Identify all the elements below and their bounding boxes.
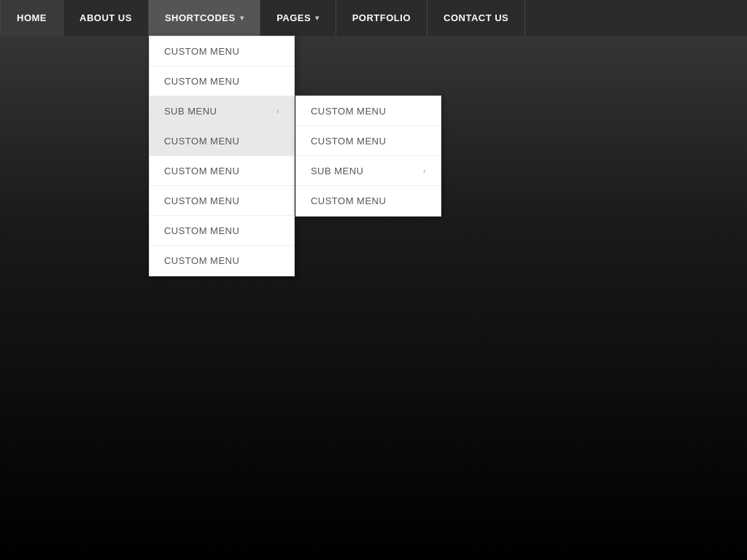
dropdown-label-cm2: Custom Menu [164, 76, 239, 87]
nav-label-pages: PAGES [276, 12, 311, 23]
sub-dropdown-item-scm3[interactable]: Custom Menu [296, 186, 441, 216]
dropdown-label-cm4: Custom Menu [164, 166, 239, 176]
dropdown-item-cm3[interactable]: Custom Menu [150, 126, 294, 156]
sub-dropdown-label-scm3: Custom Menu [311, 195, 386, 206]
sub-dropdown-item-scm2[interactable]: Custom Menu [296, 126, 441, 156]
nav-item-shortcodes[interactable]: SHORTCODES ▾ Custom Menu Custom Menu Sub… [149, 0, 260, 36]
dropdown-label-cm5: Custom Menu [164, 195, 239, 206]
sub-dropdown-label-ssub1: Sub Menu [311, 166, 364, 176]
dropdown-item-cm4[interactable]: Custom Menu [150, 156, 294, 186]
dropdown-item-cm1[interactable]: Custom Menu [150, 36, 294, 66]
dropdown-label-cm7: Custom Menu [164, 255, 239, 266]
dropdown-label-cm3: Custom Menu [164, 136, 239, 147]
dropdown-label-cm6: Custom Menu [164, 225, 239, 236]
sub-dropdown-item-scm1[interactable]: Custom Menu [296, 96, 441, 126]
dropdown-item-cm7[interactable]: Custom Menu [150, 246, 294, 276]
dropdown-item-cm6[interactable]: Custom Menu [150, 216, 294, 246]
sub-dropdown-item-ssub1[interactable]: Sub Menu › [296, 156, 441, 186]
pages-arrow-icon: ▾ [315, 14, 320, 22]
nav-label-portfolio: PORTFOLIO [352, 12, 411, 23]
shortcodes-arrow-icon: ▾ [240, 14, 244, 22]
nav-label-about: ABOUT US [80, 12, 132, 23]
nav-label-contact: CONTACT US [444, 12, 508, 23]
nav-label-home: HOME [17, 12, 47, 23]
shortcodes-dropdown: Custom Menu Custom Menu Sub Menu › Custo… [149, 36, 295, 276]
sub-dropdown: Custom Menu Custom Menu Sub Menu › Custo… [295, 96, 441, 217]
nav-item-contact[interactable]: CONTACT US [427, 0, 525, 36]
nav-label-shortcodes: SHORTCODES [165, 12, 236, 23]
submenu-arrow-icon: › [276, 106, 279, 115]
dropdown-label-cm1: Custom Menu [164, 46, 239, 57]
dropdown-label-submenu: Sub Menu [164, 106, 217, 117]
sub-submenu-arrow-icon: › [423, 166, 426, 175]
nav-item-portfolio[interactable]: PORTFOLIO [336, 0, 427, 36]
navbar: HOME ABOUT US SHORTCODES ▾ Custom Menu C… [0, 0, 747, 36]
nav-item-pages[interactable]: PAGES ▾ [260, 0, 336, 36]
sub-dropdown-label-scm2: Custom Menu [311, 136, 386, 147]
nav-item-about[interactable]: ABOUT US [63, 0, 149, 36]
dropdown-item-cm2[interactable]: Custom Menu [150, 66, 294, 96]
sub-dropdown-label-scm1: Custom Menu [311, 106, 386, 117]
dropdown-item-submenu[interactable]: Sub Menu › Custom Menu Custom Menu Sub M… [150, 96, 294, 126]
nav-item-home[interactable]: HOME [0, 0, 63, 36]
dropdown-item-cm5[interactable]: Custom Menu [150, 186, 294, 216]
